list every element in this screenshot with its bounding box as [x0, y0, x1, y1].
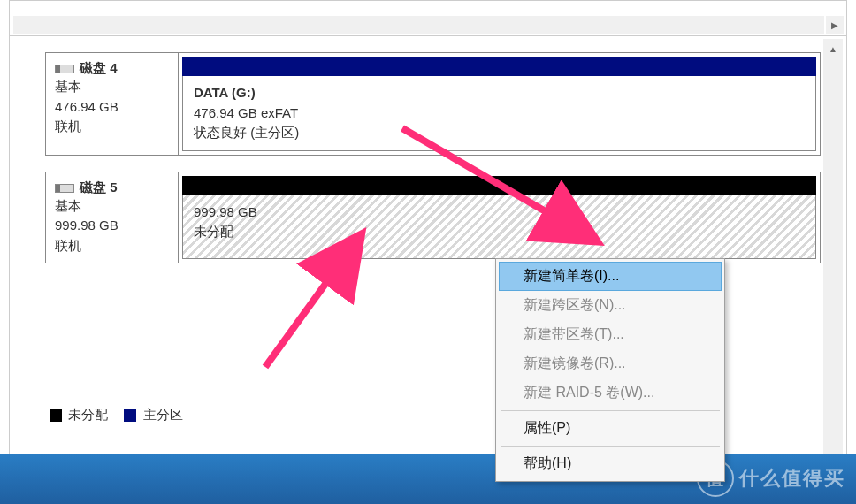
context-menu: 新建简单卷(I)... 新建跨区卷(N)... 新建带区卷(T)... 新建镜像…: [495, 258, 725, 482]
volume-state: 未分配: [194, 222, 805, 242]
scroll-right-button[interactable]: ▶: [826, 16, 844, 34]
disk-row: 磁盘 4 基本 476.94 GB 联机 DATA (G:) 476.94 GB…: [45, 52, 821, 156]
menu-separator: [501, 446, 720, 447]
disk-size: 476.94 GB: [55, 97, 169, 118]
disk-name: 磁盘 5: [80, 179, 118, 195]
scroll-up-button[interactable]: ▲: [823, 39, 843, 58]
volume-info: 999.98 GB: [194, 202, 805, 223]
menu-separator: [501, 410, 720, 411]
legend: 未分配 主分区: [50, 406, 195, 424]
disk-icon: [55, 65, 74, 73]
disk-icon: [55, 184, 74, 193]
menu-new-spanned-volume: 新建跨区卷(N)...: [499, 291, 722, 320]
disk-status: 联机: [55, 236, 169, 256]
menu-new-simple-volume[interactable]: 新建简单卷(I)...: [499, 262, 722, 291]
disk-name: 磁盘 4: [80, 60, 118, 75]
legend-label-unallocated: 未分配: [68, 407, 108, 422]
watermark-text: 什么值得买: [739, 465, 845, 492]
volume-cell[interactable]: 999.98 GB 未分配: [179, 172, 820, 263]
disk-size: 999.98 GB: [55, 216, 169, 236]
disk-status: 联机: [55, 117, 169, 137]
volume-cell[interactable]: DATA (G:) 476.94 GB exFAT 状态良好 (主分区): [179, 53, 820, 155]
legend-swatch-primary: [124, 409, 136, 422]
menu-new-mirrored-volume: 新建镜像卷(R)...: [499, 349, 722, 378]
disk-info-cell[interactable]: 磁盘 5 基本 999.98 GB 联机: [46, 172, 179, 263]
menu-new-striped-volume: 新建带区卷(T)...: [499, 320, 722, 349]
disk-row: 磁盘 5 基本 999.98 GB 联机 999.98 GB 未分配: [45, 172, 821, 264]
volume-info: 476.94 GB exFAT: [194, 103, 805, 124]
volume-body[interactable]: DATA (G:) 476.94 GB exFAT 状态良好 (主分区): [182, 76, 816, 151]
volume-list-region: ▶: [10, 1, 846, 36]
disk-info-cell[interactable]: 磁盘 4 基本 476.94 GB 联机: [46, 53, 179, 155]
menu-new-raid5-volume: 新建 RAID-5 卷(W)...: [499, 378, 722, 408]
vertical-scrollbar[interactable]: ▲ ▼: [823, 39, 843, 500]
menu-properties[interactable]: 属性(P): [499, 414, 722, 443]
horizontal-scrollbar[interactable]: [13, 16, 824, 34]
disk-type: 基本: [55, 77, 169, 97]
volume-header-primary: [182, 57, 816, 76]
volume-name: DATA (G:): [194, 83, 805, 103]
volume-body-unallocated[interactable]: 999.98 GB 未分配: [182, 195, 816, 260]
legend-label-primary: 主分区: [143, 407, 183, 422]
volume-state: 状态良好 (主分区): [194, 123, 805, 143]
menu-help[interactable]: 帮助(H): [499, 449, 722, 478]
legend-swatch-unallocated: [50, 409, 62, 422]
disk-type: 基本: [55, 196, 169, 217]
volume-header-unallocated: [182, 176, 816, 195]
